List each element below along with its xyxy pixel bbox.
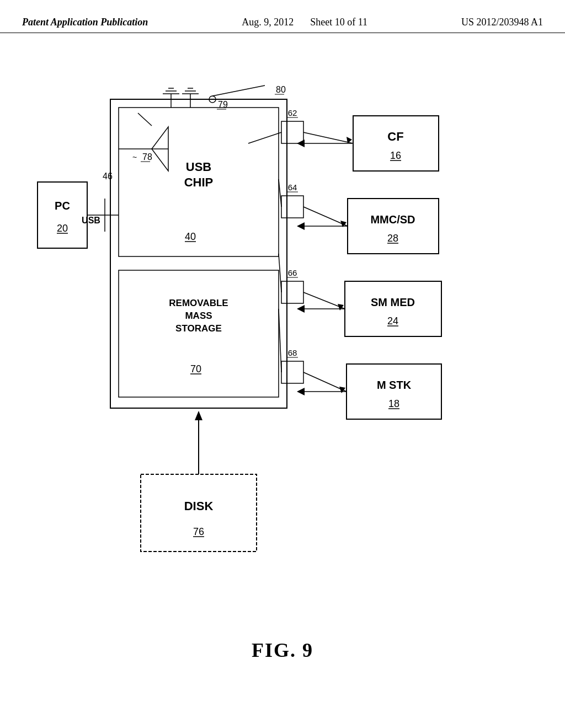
ref-46: 46 (103, 172, 113, 181)
ref-79: 79 (218, 100, 228, 109)
svg-rect-17 (141, 474, 257, 552)
svg-rect-3 (119, 270, 279, 397)
usb-chip-label: USB (186, 160, 211, 174)
svg-line-33 (303, 132, 353, 143)
svg-rect-11 (348, 199, 439, 254)
smmed-label: SM MED (371, 296, 415, 308)
removable-label3: STORAGE (175, 323, 222, 334)
ref-16: 16 (390, 150, 401, 161)
svg-rect-5 (38, 182, 87, 248)
svg-marker-42 (297, 140, 305, 147)
ref-76: 76 (193, 526, 204, 537)
ref-28: 28 (387, 233, 398, 244)
usb-label: USB (82, 216, 100, 225)
ref-68: 68 (288, 348, 297, 357)
svg-marker-44 (297, 222, 305, 230)
ref-24: 24 (387, 315, 398, 326)
mstk-label: M STK (377, 379, 412, 391)
header-center: Aug. 9, 2012 Sheet 10 of 11 (242, 17, 367, 28)
svg-marker-46 (297, 305, 305, 313)
sheet-info: Sheet 10 of 11 (310, 17, 367, 28)
page-header: Patent Application Publication Aug. 9, 2… (0, 0, 565, 33)
svg-rect-23 (281, 196, 303, 218)
ref-64: 64 (288, 183, 297, 192)
diagram-area: USB CHIP 40 REMOVABLE MASS STORAGE 70 PC… (0, 33, 565, 695)
svg-line-29 (248, 132, 281, 143)
svg-rect-15 (347, 364, 441, 419)
patent-number: US 2012/203948 A1 (461, 17, 543, 28)
disk-label: DISK (184, 499, 214, 513)
publication-title: Patent Application Publication (22, 17, 148, 28)
svg-marker-20 (195, 411, 202, 420)
ref-62: 62 (288, 108, 297, 117)
ref-66: 66 (288, 268, 297, 277)
svg-rect-13 (345, 281, 441, 336)
publication-date: Aug. 9, 2012 (242, 17, 294, 28)
ref-20: 20 (57, 223, 68, 234)
figure-label: FIG. 9 (252, 639, 313, 662)
svg-rect-21 (281, 121, 303, 143)
svg-marker-40 (339, 387, 345, 393)
ref-78: 78 (142, 152, 152, 162)
pc-label: PC (55, 200, 70, 212)
svg-line-63 (138, 113, 152, 126)
svg-rect-27 (281, 361, 303, 383)
circuit-diagram: USB CHIP 40 REMOVABLE MASS STORAGE 70 PC… (0, 33, 565, 695)
svg-rect-9 (353, 116, 439, 171)
svg-marker-38 (338, 304, 344, 311)
cf-label: CF (387, 130, 403, 143)
ref-18: 18 (388, 398, 399, 409)
removable-label2: MASS (185, 311, 212, 321)
ref-80: 80 (276, 85, 286, 94)
tilde-78: ~ (132, 153, 137, 162)
svg-line-60 (212, 85, 265, 96)
svg-marker-48 (297, 388, 305, 395)
ref-70: 70 (190, 363, 201, 374)
svg-rect-0 (110, 99, 287, 408)
svg-rect-25 (281, 281, 303, 303)
removable-label1: REMOVABLE (169, 298, 228, 308)
svg-line-35 (303, 207, 348, 226)
ref-40: 40 (185, 231, 196, 242)
usb-chip-label2: CHIP (184, 175, 214, 189)
mmcsd-label: MMC/SD (370, 213, 415, 226)
